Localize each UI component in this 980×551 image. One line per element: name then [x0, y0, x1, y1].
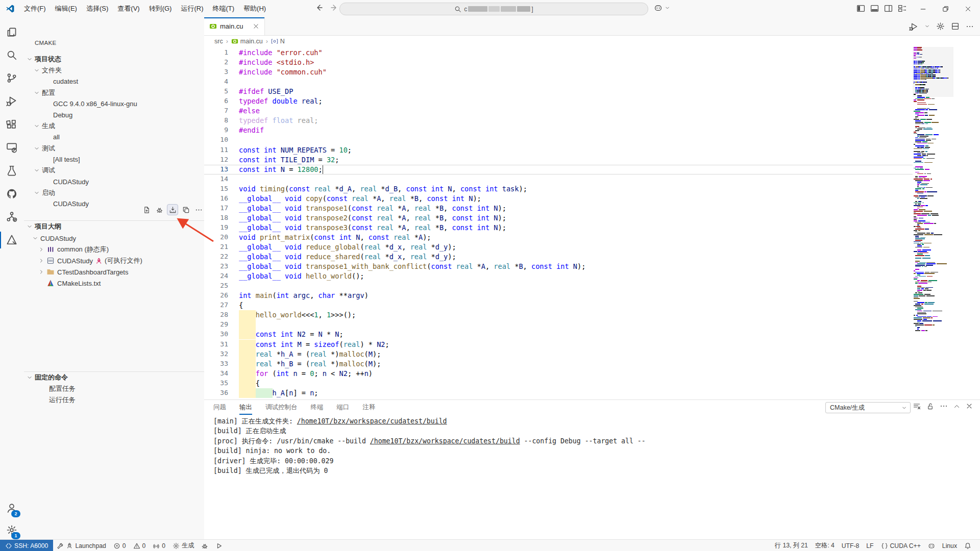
panel-tab-注释[interactable]: 注释	[363, 402, 376, 413]
status-row-9[interactable]: 调试	[34, 165, 55, 176]
breadcrumb-item-N[interactable]: N	[271, 38, 285, 45]
status-row-6[interactable]: all	[45, 132, 60, 142]
activitybar-github[interactable]	[0, 182, 23, 205]
statusbar-ports[interactable]: 0	[149, 540, 169, 551]
activitybar-testing[interactable]	[0, 159, 23, 182]
outline-row-4[interactable]: CMakeLists.txt	[38, 278, 101, 288]
activitybar-settings[interactable]: 1	[0, 518, 23, 541]
menu-2[interactable]: 选择(S)	[82, 4, 113, 13]
activitybar-search[interactable]	[0, 43, 23, 66]
status-row-11[interactable]: 启动	[34, 188, 55, 198]
menu-5[interactable]: 运行(R)	[176, 4, 208, 13]
outline-action-copy[interactable]	[181, 205, 191, 215]
statusbar-cursor-position[interactable]: 行 13, 列 21	[771, 540, 812, 551]
outline-row-1[interactable]: common (静态库)	[38, 244, 109, 255]
statusbar-language-mode[interactable]: CUDA C++	[877, 540, 924, 551]
panel-tab-终端[interactable]: 终端	[311, 402, 324, 413]
close-tab-icon[interactable]	[253, 23, 259, 30]
activitybar-run-and-debug[interactable]	[0, 90, 23, 113]
copilot-menu[interactable]	[654, 4, 670, 12]
minimap-viewport[interactable]	[913, 47, 953, 97]
toggle-sidebar-icon[interactable]	[856, 4, 865, 13]
statusbar-problems[interactable]: 0	[110, 540, 130, 551]
pinned-row-1[interactable]: 运行任务	[41, 395, 76, 405]
statusbar-copilot[interactable]	[924, 540, 939, 551]
outline-action-build-target[interactable]	[167, 204, 178, 215]
clear-output-icon[interactable]	[913, 402, 921, 410]
editor-settings-gear-icon[interactable]	[936, 22, 945, 31]
panel-tab-端口[interactable]: 端口	[337, 402, 350, 413]
statusbar-launchpad[interactable]: Launchpad	[53, 540, 109, 551]
restore-button[interactable]	[934, 0, 957, 17]
outline-row-3[interactable]: CTestDashboardTargets	[38, 267, 128, 277]
statusbar-encoding[interactable]: UTF-8	[838, 540, 863, 551]
status-row-1[interactable]: cudatest	[45, 77, 78, 87]
panel-tab-输出[interactable]: 输出	[239, 402, 252, 413]
status-row-7[interactable]: 测试	[34, 143, 55, 154]
back-arrow-icon[interactable]	[315, 4, 323, 12]
outline-row-0[interactable]: CUDAStudy	[32, 233, 76, 243]
menu-1[interactable]: 编辑(E)	[51, 4, 82, 13]
run-debug-icon[interactable]	[909, 22, 918, 31]
statusbar-remote-indicator[interactable]: SSH: A6000	[0, 540, 53, 551]
statusbar-warnings[interactable]: 0	[130, 540, 150, 551]
output-link[interactable]: /home10T/bzx/workspace/cudatest/build	[297, 417, 447, 425]
status-row-0[interactable]: 文件夹	[34, 65, 62, 76]
menu-7[interactable]: 帮助(H)	[239, 4, 271, 13]
activitybar-extensions[interactable]	[0, 113, 23, 136]
statusbar-notifications[interactable]	[961, 540, 975, 551]
section-header-pinned-commands[interactable]: 固定的命令	[27, 372, 68, 383]
toggle-secondary-sidebar-icon[interactable]	[884, 4, 893, 13]
output-log[interactable]: [main] 正在生成文件夹: /home10T/bzx/workspace/c…	[213, 416, 975, 475]
close-panel-icon[interactable]	[966, 403, 973, 410]
activitybar-account[interactable]: 2	[0, 496, 23, 519]
status-row-10[interactable]: CUDAStudy	[45, 177, 89, 187]
run-dropdown-chevron-icon[interactable]	[924, 23, 930, 29]
statusbar-eol[interactable]: LF	[863, 540, 877, 551]
toggle-panel-icon[interactable]	[870, 4, 879, 13]
status-row-5[interactable]: 生成	[34, 121, 55, 131]
section-header-project-outline[interactable]: 项目大纲	[27, 221, 61, 232]
maximize-panel-icon[interactable]	[953, 403, 960, 410]
menu-6[interactable]: 终端(T)	[208, 4, 239, 13]
menu-4[interactable]: 转到(G)	[144, 4, 177, 13]
statusbar-cmake-build[interactable]: 生成	[169, 540, 198, 551]
status-row-3[interactable]: GCC 9.4.0 x86_64-linux-gnu	[45, 98, 137, 109]
close-window-button[interactable]	[957, 0, 979, 17]
panel-tab-调试控制台[interactable]: 调试控制台	[265, 402, 298, 413]
breadcrumb-item-main.cu[interactable]: main.cu	[231, 38, 263, 45]
tab-main-cu[interactable]: main.cu	[204, 17, 265, 35]
activitybar-source-control[interactable]	[0, 67, 23, 90]
editor-more-icon[interactable]	[966, 22, 974, 31]
activitybar-cmake[interactable]	[0, 229, 23, 252]
section-header-project-status[interactable]: 项目状态	[27, 54, 61, 64]
minimap[interactable]	[913, 47, 953, 333]
outline-action-configure-debug[interactable]	[154, 205, 164, 215]
pinned-row-0[interactable]: 配置任务	[41, 384, 76, 394]
status-row-12[interactable]: CUDAStudy	[45, 199, 89, 209]
output-channel-select[interactable]: CMake/生成	[825, 402, 911, 413]
output-link[interactable]: /home10T/bzx/workspace/cudatest/build	[370, 437, 520, 445]
status-row-2[interactable]: 配置	[34, 88, 55, 98]
statusbar-remote-os[interactable]: Linux	[939, 540, 961, 551]
activitybar-explorer[interactable]	[0, 20, 23, 43]
activitybar-test-tree[interactable]	[0, 205, 23, 228]
status-row-8[interactable]: [All tests]	[45, 154, 80, 164]
outline-action-new-file[interactable]	[141, 205, 152, 215]
statusbar-indentation[interactable]: 空格: 4	[812, 540, 838, 551]
statusbar-cmake-debug[interactable]	[198, 540, 212, 551]
outline-row-2[interactable]: CUDAStudy(可执行文件)	[38, 256, 142, 266]
code-editor[interactable]: 1#include "error.cuh"2#include <stdio.h>…	[204, 47, 913, 399]
statusbar-cmake-run[interactable]	[212, 540, 226, 551]
minimize-button[interactable]	[912, 0, 934, 17]
split-editor-icon[interactable]	[951, 22, 960, 31]
forward-arrow-icon[interactable]	[330, 4, 338, 12]
status-row-4[interactable]: Debug	[45, 110, 72, 120]
command-center-search[interactable]: c ]	[339, 3, 648, 15]
unlock-icon[interactable]	[926, 403, 934, 410]
breadcrumb-item-src[interactable]: src	[214, 38, 223, 45]
customize-layout-icon[interactable]	[898, 4, 906, 13]
panel-tab-问题[interactable]: 问题	[213, 402, 226, 413]
menu-3[interactable]: 查看(V)	[113, 4, 144, 13]
panel-more-icon[interactable]	[940, 402, 948, 410]
